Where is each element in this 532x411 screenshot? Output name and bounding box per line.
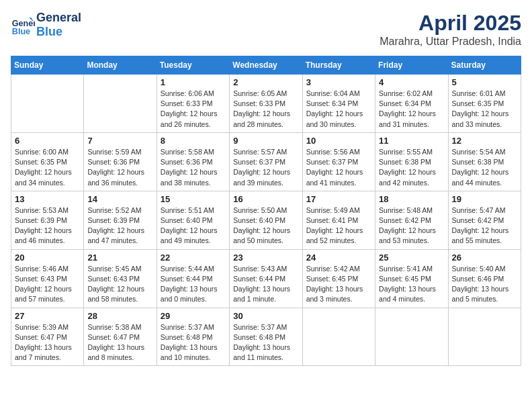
calendar-cell: 18Sunrise: 5:48 AMSunset: 6:42 PMDayligh…	[375, 191, 448, 249]
day-info: Sunrise: 6:06 AMSunset: 6:33 PMDaylight:…	[161, 89, 226, 130]
day-number: 5	[452, 77, 517, 87]
calendar-cell: 16Sunrise: 5:50 AMSunset: 6:40 PMDayligh…	[230, 191, 302, 249]
week-row-2: 6Sunrise: 6:00 AMSunset: 6:35 PMDaylight…	[11, 132, 521, 191]
calendar-cell: 2Sunrise: 6:05 AMSunset: 6:33 PMDaylight…	[230, 75, 302, 133]
day-info: Sunrise: 5:41 AMSunset: 6:45 PMDaylight:…	[379, 264, 444, 305]
header: General Blue General Blue April 2025 Mar…	[11, 11, 521, 48]
day-info: Sunrise: 5:49 AMSunset: 6:41 PMDaylight:…	[306, 205, 371, 246]
calendar-cell: 19Sunrise: 5:47 AMSunset: 6:42 PMDayligh…	[448, 191, 521, 249]
calendar-cell	[84, 75, 157, 133]
weekday-header-tuesday: Tuesday	[157, 56, 229, 75]
day-number: 30	[233, 311, 298, 321]
calendar-cell: 17Sunrise: 5:49 AMSunset: 6:41 PMDayligh…	[302, 191, 375, 249]
day-number: 25	[379, 253, 444, 263]
day-number: 8	[161, 136, 226, 146]
calendar-cell: 30Sunrise: 5:37 AMSunset: 6:48 PMDayligh…	[230, 308, 302, 366]
calendar-cell: 3Sunrise: 6:04 AMSunset: 6:34 PMDaylight…	[302, 75, 375, 133]
calendar-cell: 9Sunrise: 5:57 AMSunset: 6:37 PMDaylight…	[230, 132, 302, 191]
calendar-cell: 5Sunrise: 6:01 AMSunset: 6:35 PMDaylight…	[448, 75, 521, 133]
day-info: Sunrise: 5:48 AMSunset: 6:42 PMDaylight:…	[379, 205, 444, 246]
day-info: Sunrise: 6:04 AMSunset: 6:34 PMDaylight:…	[306, 89, 371, 130]
calendar-cell: 23Sunrise: 5:43 AMSunset: 6:44 PMDayligh…	[230, 249, 302, 308]
day-number: 19	[452, 194, 517, 204]
month-title: April 2025	[380, 11, 521, 36]
day-number: 7	[87, 136, 152, 146]
day-info: Sunrise: 5:44 AMSunset: 6:44 PMDaylight:…	[161, 264, 226, 305]
calendar-cell: 13Sunrise: 5:53 AMSunset: 6:39 PMDayligh…	[11, 191, 84, 249]
calendar-cell: 20Sunrise: 5:46 AMSunset: 6:43 PMDayligh…	[11, 249, 84, 308]
calendar-cell: 29Sunrise: 5:37 AMSunset: 6:48 PMDayligh…	[157, 308, 229, 366]
day-number: 21	[87, 253, 152, 263]
day-number: 13	[15, 194, 80, 204]
calendar-cell: 22Sunrise: 5:44 AMSunset: 6:44 PMDayligh…	[157, 249, 229, 308]
calendar-cell: 10Sunrise: 5:56 AMSunset: 6:37 PMDayligh…	[302, 132, 375, 191]
day-number: 1	[161, 77, 226, 87]
day-info: Sunrise: 6:00 AMSunset: 6:35 PMDaylight:…	[15, 147, 80, 188]
day-number: 20	[15, 253, 80, 263]
title-area: April 2025 Marahra, Uttar Pradesh, India	[380, 11, 521, 48]
calendar-cell	[302, 308, 375, 366]
calendar-cell	[11, 75, 84, 133]
day-number: 28	[87, 311, 152, 321]
day-info: Sunrise: 5:47 AMSunset: 6:42 PMDaylight:…	[452, 205, 517, 246]
day-number: 18	[379, 194, 444, 204]
day-info: Sunrise: 5:42 AMSunset: 6:45 PMDaylight:…	[306, 264, 371, 305]
day-info: Sunrise: 6:05 AMSunset: 6:33 PMDaylight:…	[233, 89, 298, 130]
week-row-1: 1Sunrise: 6:06 AMSunset: 6:33 PMDaylight…	[11, 75, 521, 133]
day-info: Sunrise: 5:45 AMSunset: 6:43 PMDaylight:…	[87, 264, 152, 305]
week-row-3: 13Sunrise: 5:53 AMSunset: 6:39 PMDayligh…	[11, 191, 521, 249]
calendar-cell: 1Sunrise: 6:06 AMSunset: 6:33 PMDaylight…	[157, 75, 229, 133]
day-number: 14	[87, 194, 152, 204]
day-info: Sunrise: 5:54 AMSunset: 6:38 PMDaylight:…	[452, 147, 517, 188]
day-number: 9	[233, 136, 298, 146]
day-number: 29	[161, 311, 226, 321]
day-number: 11	[379, 136, 444, 146]
calendar-cell: 7Sunrise: 5:59 AMSunset: 6:36 PMDaylight…	[84, 132, 157, 191]
day-number: 17	[306, 194, 371, 204]
day-info: Sunrise: 5:52 AMSunset: 6:39 PMDaylight:…	[87, 205, 152, 246]
day-number: 27	[15, 311, 80, 321]
day-number: 16	[233, 194, 298, 204]
day-number: 2	[233, 77, 298, 87]
svg-text:Blue: Blue	[12, 27, 30, 36]
week-row-4: 20Sunrise: 5:46 AMSunset: 6:43 PMDayligh…	[11, 249, 521, 308]
day-info: Sunrise: 5:59 AMSunset: 6:36 PMDaylight:…	[87, 147, 152, 188]
calendar-cell: 14Sunrise: 5:52 AMSunset: 6:39 PMDayligh…	[84, 191, 157, 249]
day-number: 15	[161, 194, 226, 204]
day-info: Sunrise: 6:02 AMSunset: 6:34 PMDaylight:…	[379, 89, 444, 130]
calendar-cell	[375, 308, 448, 366]
day-info: Sunrise: 6:01 AMSunset: 6:35 PMDaylight:…	[452, 89, 517, 130]
day-info: Sunrise: 5:43 AMSunset: 6:44 PMDaylight:…	[233, 264, 298, 305]
day-number: 22	[161, 253, 226, 263]
day-info: Sunrise: 5:40 AMSunset: 6:46 PMDaylight:…	[452, 264, 517, 305]
day-number: 4	[379, 77, 444, 87]
day-info: Sunrise: 5:37 AMSunset: 6:48 PMDaylight:…	[161, 322, 226, 363]
calendar-cell	[448, 308, 521, 366]
day-info: Sunrise: 5:55 AMSunset: 6:38 PMDaylight:…	[379, 147, 444, 188]
day-info: Sunrise: 5:58 AMSunset: 6:36 PMDaylight:…	[161, 147, 226, 188]
week-row-5: 27Sunrise: 5:39 AMSunset: 6:47 PMDayligh…	[11, 308, 521, 366]
logo: General Blue General Blue	[11, 11, 81, 39]
day-number: 10	[306, 136, 371, 146]
logo-general: General	[36, 11, 81, 24]
calendar-cell: 21Sunrise: 5:45 AMSunset: 6:43 PMDayligh…	[84, 249, 157, 308]
calendar-cell: 27Sunrise: 5:39 AMSunset: 6:47 PMDayligh…	[11, 308, 84, 366]
day-number: 6	[15, 136, 80, 146]
calendar-cell: 8Sunrise: 5:58 AMSunset: 6:36 PMDaylight…	[157, 132, 229, 191]
calendar: SundayMondayTuesdayWednesdayThursdayFrid…	[11, 56, 521, 366]
day-info: Sunrise: 5:38 AMSunset: 6:47 PMDaylight:…	[87, 322, 152, 363]
day-info: Sunrise: 5:50 AMSunset: 6:40 PMDaylight:…	[233, 205, 298, 246]
day-info: Sunrise: 5:53 AMSunset: 6:39 PMDaylight:…	[15, 205, 80, 246]
calendar-cell: 4Sunrise: 6:02 AMSunset: 6:34 PMDaylight…	[375, 75, 448, 133]
calendar-cell: 12Sunrise: 5:54 AMSunset: 6:38 PMDayligh…	[448, 132, 521, 191]
day-number: 12	[452, 136, 517, 146]
day-info: Sunrise: 5:56 AMSunset: 6:37 PMDaylight:…	[306, 147, 371, 188]
day-number: 23	[233, 253, 298, 263]
day-info: Sunrise: 5:57 AMSunset: 6:37 PMDaylight:…	[233, 147, 298, 188]
day-number: 24	[306, 253, 371, 263]
day-number: 3	[306, 77, 371, 87]
calendar-cell: 15Sunrise: 5:51 AMSunset: 6:40 PMDayligh…	[157, 191, 229, 249]
location-title: Marahra, Uttar Pradesh, India	[380, 36, 521, 48]
calendar-cell: 25Sunrise: 5:41 AMSunset: 6:45 PMDayligh…	[375, 249, 448, 308]
calendar-cell: 24Sunrise: 5:42 AMSunset: 6:45 PMDayligh…	[302, 249, 375, 308]
